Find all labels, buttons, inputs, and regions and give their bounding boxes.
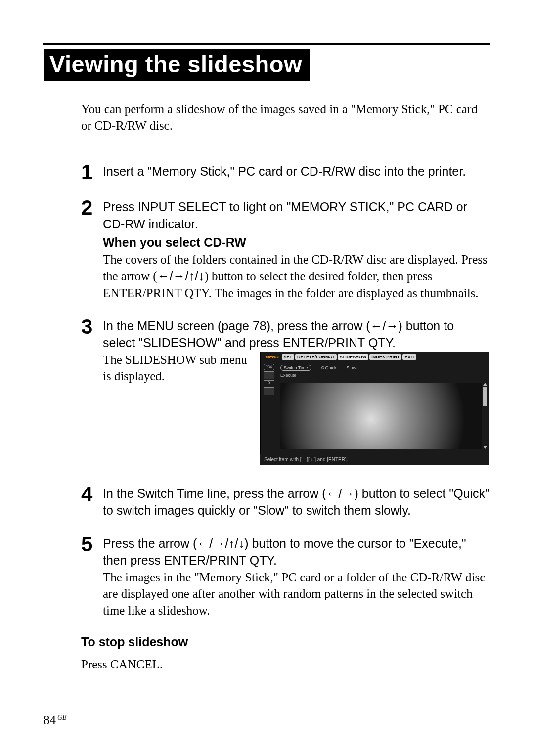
- menu-tab-index: INDEX PRINT: [369, 354, 401, 360]
- step-2-body: The covers of the folders contained in t…: [103, 251, 490, 301]
- menu-tab-exit: EXIT: [402, 354, 416, 360]
- step-3-lead: In the MENU screen (page 78), press the …: [103, 317, 490, 352]
- step-number: 1: [81, 162, 103, 182]
- scroll-down-icon: [483, 446, 487, 449]
- menu-count: 234: [264, 364, 274, 370]
- step-5: 5 Press the arrow (←/→/↑/↓) button to mo…: [81, 535, 490, 619]
- step-3-body: The SLIDESHOW sub menu is displayed.: [103, 352, 251, 385]
- menu-quick-option: Quick: [321, 365, 337, 370]
- step-2-subhead: When you select CD-RW: [103, 233, 490, 251]
- step-2-lead: Press INPUT SELECT to light on "MEMORY S…: [103, 198, 490, 232]
- step-4: 4 In the Switch Time line, press the arr…: [81, 485, 490, 519]
- page-number-value: 84: [44, 713, 56, 727]
- menu-switch-time-row: Switch Time Quick Slow: [280, 364, 482, 372]
- step-2: 2 Press INPUT SELECT to light on "MEMORY…: [81, 198, 490, 302]
- arrow-glyphs: ←/→: [326, 487, 355, 500]
- intro-text: You can perform a slideshow of the image…: [81, 101, 490, 134]
- menu-zero: 0: [264, 380, 274, 386]
- step-3-lead-pre: In the MENU screen (page 78), press the …: [103, 319, 370, 333]
- menu-quick-label: Quick: [325, 365, 337, 370]
- menu-preview-image: [280, 383, 482, 449]
- menu-switch-time-pill: Switch Time: [280, 365, 312, 371]
- step-5-lead-pre: Press the arrow (: [103, 536, 197, 550]
- menu-tab-set: SET: [282, 354, 295, 360]
- step-number: 3: [81, 316, 103, 465]
- step-5-body: The images in the "Memory Stick," PC car…: [103, 569, 490, 619]
- menu-scrollbar: [483, 383, 487, 449]
- stop-body: Press CANCEL.: [81, 656, 490, 673]
- menu-screenshot: MENU SET DELETE/FORMAT SLIDESHOW INDEX P…: [260, 352, 490, 465]
- radio-icon: [321, 366, 324, 369]
- page-number-suffix: GB: [57, 714, 67, 721]
- top-rule: [43, 43, 490, 45]
- menu-execute-label: Execute: [280, 373, 297, 378]
- menu-caption: Select item with [ ↑ ][ ↓ ] and [ENTER].: [260, 454, 490, 465]
- step-1: 1 Insert a "Memory Stick," PC card or CD…: [81, 163, 490, 182]
- menu-content: Switch Time Quick Slow Execute: [280, 364, 482, 379]
- step-4-lead-pre: In the Switch Time line, press the arrow…: [103, 487, 326, 500]
- arrow-glyphs: ←/→: [370, 319, 399, 333]
- step-number: 2: [81, 197, 103, 302]
- step-4-lead: In the Switch Time line, press the arrow…: [103, 485, 490, 519]
- scroll-up-icon: [483, 383, 487, 386]
- arrow-glyphs: ←/→/↑/↓: [157, 269, 205, 283]
- step-number: 5: [81, 534, 103, 619]
- menu-slow-option: Slow: [347, 365, 356, 370]
- step-1-lead: Insert a "Memory Stick," PC card or CD-R…: [103, 163, 490, 180]
- menu-printer-icon: [264, 387, 274, 395]
- menu-thumb-icon: [264, 371, 274, 379]
- page-number: 84GB: [44, 713, 67, 727]
- scroll-thumb: [483, 387, 487, 406]
- step-number: 4: [81, 484, 103, 519]
- menu-screenshot-box: MENU SET DELETE/FORMAT SLIDESHOW INDEX P…: [260, 352, 490, 454]
- menu-tabs: MENU SET DELETE/FORMAT SLIDESHOW INDEX P…: [264, 354, 486, 360]
- menu-tab-slideshow: SLIDESHOW: [338, 354, 369, 360]
- menu-execute-row: Execute: [280, 372, 482, 379]
- arrow-glyphs: ←/→/↑/↓: [197, 536, 244, 550]
- menu-left-panel: 234 0: [264, 364, 274, 395]
- menu-tab-menu: MENU: [264, 354, 281, 360]
- step-3: 3 In the MENU screen (page 78), press th…: [81, 317, 490, 465]
- menu-tab-delete: DELETE/FORMAT: [295, 354, 337, 360]
- step-5-lead: Press the arrow (←/→/↑/↓) button to move…: [103, 535, 490, 569]
- stop-heading: To stop slideshow: [81, 635, 490, 649]
- page-title: Viewing the slideshow: [44, 49, 310, 81]
